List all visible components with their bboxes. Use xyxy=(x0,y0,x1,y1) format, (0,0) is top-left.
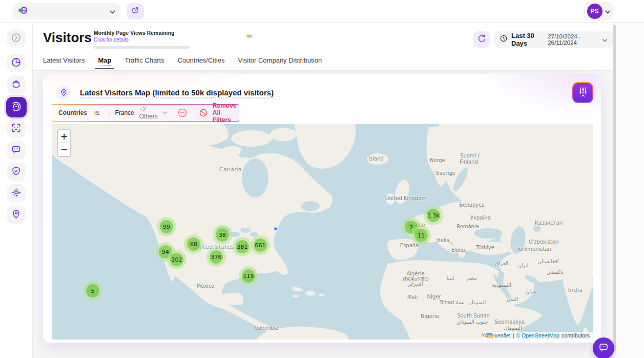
visitor-cluster-marker[interactable]: 381 xyxy=(236,240,249,253)
page-views-quota: Monthly Page Views Remaining Click for d… xyxy=(94,30,196,49)
tab-latest-visitors[interactable]: Latest Visitors xyxy=(43,54,85,69)
vertical-scrollbar[interactable] xyxy=(613,25,616,351)
website-selector-dropdown[interactable] xyxy=(13,3,120,19)
attribution-separator: | xyxy=(513,332,514,339)
external-link-icon xyxy=(131,6,139,16)
visitor-cluster-marker[interactable]: 202 xyxy=(170,253,183,266)
sidebar-item-communication[interactable] xyxy=(7,141,26,160)
website-globe-icon xyxy=(18,6,28,17)
page-title: Visitors xyxy=(43,30,92,46)
chevron-down-icon[interactable] xyxy=(163,111,168,114)
visitor-cluster-marker[interactable]: 5 xyxy=(86,284,99,297)
sidebar-item-visitors[interactable] xyxy=(6,97,27,117)
collapse-icon xyxy=(11,33,21,45)
zoom-out-button[interactable]: − xyxy=(58,143,70,156)
open-website-button[interactable] xyxy=(127,3,144,19)
leaflet-link[interactable]: Leaflet xyxy=(494,332,511,339)
clock-icon xyxy=(500,35,507,44)
refresh-icon xyxy=(477,34,486,45)
map-canvas[interactable]: + − Leaflet | © OpenStreetMap contributo… xyxy=(52,124,593,340)
sliders-icon xyxy=(578,86,588,100)
ukraine-flag-icon xyxy=(486,333,492,338)
tab-map[interactable]: Map xyxy=(98,54,111,69)
date-range-label: Last 30 Days xyxy=(511,32,544,47)
sidebar-collapse-button[interactable] xyxy=(7,29,26,48)
visitor-cluster-marker[interactable]: 661 xyxy=(254,238,267,252)
location-pin-icon xyxy=(11,209,21,221)
dashboard-donut-icon xyxy=(11,57,21,69)
quota-value: ∞ xyxy=(246,31,252,40)
filter-operator: IS xyxy=(94,110,99,116)
france-flag-icon xyxy=(109,109,110,117)
filter-field: Countries xyxy=(58,109,87,116)
remove-all-filters-button[interactable]: Remove All Filters xyxy=(213,102,237,124)
card-header: Latest Visitors Map (limited to 50k disp… xyxy=(56,85,274,100)
map-attribution: Leaflet | © OpenStreetMap contributors xyxy=(483,332,593,340)
visitor-marker[interactable] xyxy=(274,227,278,231)
sidebar-item-behavior[interactable] xyxy=(7,120,26,138)
tab-traffic-charts[interactable]: Traffic Charts xyxy=(124,54,164,69)
map-landmass xyxy=(52,124,593,340)
settings-gear-icon xyxy=(11,188,21,200)
attribution-suffix: contributors xyxy=(562,332,590,339)
active-filter-bar: Countries IS France +2 Others Remove All… xyxy=(52,104,239,122)
sidebar-item-settings[interactable] xyxy=(7,184,26,203)
top-bar: PS xyxy=(0,0,644,23)
ban-icon xyxy=(199,109,207,117)
chevron-down-icon xyxy=(605,7,610,16)
sidebar-item-dashboard[interactable] xyxy=(7,54,26,72)
map-zoom-control: + − xyxy=(57,129,71,157)
visitor-cluster-marker[interactable]: 99 xyxy=(160,220,173,233)
tab-visitor-company-distribution[interactable]: Visitor Company Distribution xyxy=(238,54,322,69)
visitor-cluster-marker[interactable]: 11 xyxy=(414,229,428,242)
chat-icon xyxy=(598,342,609,354)
tab-countries-cities[interactable]: Countries/Cities xyxy=(178,54,225,69)
tabs: Latest VisitorsMapTraffic ChartsCountrie… xyxy=(43,54,322,69)
filter-others[interactable]: +2 Others xyxy=(139,106,158,120)
quota-details-link[interactable]: Click for details xyxy=(94,37,196,43)
sidebar xyxy=(0,23,33,358)
sidebar-item-ecommerce[interactable] xyxy=(7,75,26,94)
shop-bag-icon xyxy=(11,79,21,91)
sidebar-item-location[interactable] xyxy=(7,206,26,224)
privacy-shield-icon xyxy=(11,166,21,178)
remove-filter-icon[interactable] xyxy=(178,108,187,117)
latest-visitors-map-card: Latest Visitors Map (limited to 50k disp… xyxy=(43,74,601,343)
visitor-cluster-marker[interactable]: 1.3k xyxy=(427,209,440,222)
card-title: Latest Visitors Map (limited to 50k disp… xyxy=(80,88,274,97)
visitor-cluster-marker[interactable]: 38 xyxy=(216,228,229,242)
visitor-cluster-marker[interactable]: 115 xyxy=(242,269,255,283)
zoom-in-button[interactable]: + xyxy=(58,130,70,143)
sidebar-item-privacy[interactable] xyxy=(7,163,26,181)
quota-progress-bar xyxy=(94,46,190,49)
osm-link[interactable]: © OpenStreetMap xyxy=(516,332,559,339)
visitors-radar-icon xyxy=(11,101,22,114)
chat-bubble-icon xyxy=(11,145,21,156)
date-range-value: 27/10/2024 - 26/11/2024 xyxy=(548,33,598,46)
refresh-button[interactable] xyxy=(473,31,490,48)
page-header: Visitors Monthly Page Views Remaining Cl… xyxy=(33,23,613,71)
map-pin-icon xyxy=(56,85,71,100)
filter-country[interactable]: France xyxy=(115,109,134,116)
date-range-picker[interactable]: Last 30 Days 27/10/2024 - 26/11/2024 xyxy=(494,31,613,48)
chevron-down-icon xyxy=(110,7,115,16)
chevron-down-icon xyxy=(603,35,607,44)
visitor-cluster-marker[interactable]: 68 xyxy=(187,237,200,251)
support-chat-button[interactable] xyxy=(593,337,614,358)
quota-label: Monthly Page Views Remaining xyxy=(94,30,196,36)
behavior-scan-icon xyxy=(11,123,21,135)
avatar: PS xyxy=(587,4,603,19)
filters-toggle-button[interactable] xyxy=(572,82,593,103)
visitor-cluster-marker[interactable]: 376 xyxy=(210,250,223,264)
user-menu[interactable]: PS xyxy=(584,2,613,21)
